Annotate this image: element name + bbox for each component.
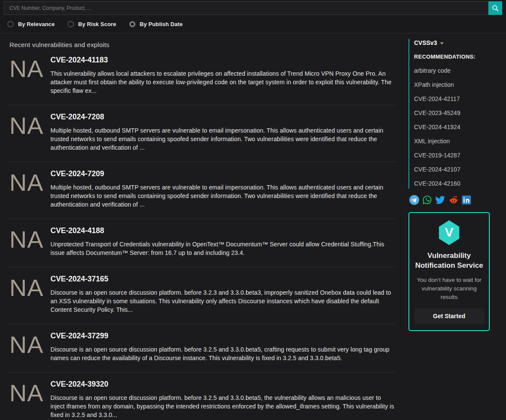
- search-button[interactable]: [488, 1, 502, 15]
- whatsapp-icon[interactable]: [422, 195, 432, 205]
- cve-link[interactable]: CVE-2024-39320: [50, 380, 108, 389]
- cve-entry: NA CVE-2024-39320 Discourse is an open s…: [7, 373, 396, 420]
- cvssv3-label: CVSSv3: [414, 39, 437, 46]
- cvss-score-badge: NA: [9, 226, 50, 257]
- sort-options-row: By Relevance By Risk Score By Publish Da…: [4, 15, 502, 33]
- cve-link[interactable]: CVE-2024-37299: [50, 331, 108, 340]
- recommendation-link[interactable]: CVE-2024-42107: [414, 166, 490, 173]
- linkedin-icon[interactable]: [462, 195, 471, 204]
- vns-card: V Vulnerability Notification Service You…: [408, 212, 490, 331]
- recommendation-link[interactable]: CVE-2024-42117: [414, 95, 490, 102]
- cve-description: This vulnerability allows local attacker…: [50, 69, 396, 95]
- sort-by-publish-date-radio[interactable]: By Publish Date: [129, 21, 183, 27]
- recommendation-link[interactable]: XML injection: [414, 138, 490, 145]
- telegram-icon[interactable]: [409, 195, 419, 205]
- cve-description: Unprotected Transport of Credentials vul…: [50, 240, 396, 257]
- recommendation-link[interactable]: CVE-2023-45249: [414, 109, 490, 116]
- search-header: By Relevance By Risk Score By Publish Da…: [0, 0, 506, 33]
- cve-link[interactable]: CVE-2024-37165: [50, 275, 108, 284]
- radio-circle-icon: [7, 21, 14, 27]
- chevron-down-icon: [440, 42, 444, 44]
- recommendation-link[interactable]: CVE-2024-41924: [414, 124, 490, 130]
- reddit-icon[interactable]: [448, 195, 459, 205]
- recommendations-box: CVSSv3 RECOMMENDATIONS: arbitrary code X…: [408, 39, 490, 189]
- cve-description: Multiple hosted, outbound SMTP servers a…: [50, 126, 396, 152]
- cvss-score-badge: NA: [9, 331, 50, 362]
- cve-link[interactable]: CVE-2024-4188: [50, 226, 104, 235]
- cve-list: Recent vulnerabilities and exploits NA C…: [4, 33, 396, 420]
- cvss-score-badge: NA: [9, 112, 50, 152]
- search-input[interactable]: [4, 1, 488, 15]
- vns-title: Vulnerability Notification Service: [414, 251, 484, 271]
- cve-description: Multiple hosted, outbound SMTP servers a…: [50, 183, 396, 209]
- cve-link[interactable]: CVE-2024-7208: [50, 112, 104, 121]
- recommendation-link[interactable]: CVE-2019-14287: [414, 152, 490, 159]
- cve-description: Discourse is an open source discussion p…: [50, 393, 396, 419]
- cvss-score-badge: NA: [9, 274, 50, 314]
- cve-entry: NA CVE-2024-37299 Discourse is an open s…: [7, 324, 396, 373]
- cve-entry: NA CVE-2024-37165 Discourse is an open s…: [7, 267, 396, 324]
- cve-link[interactable]: CVE-2024-7209: [50, 169, 104, 178]
- cvss-score-badge: NA: [9, 169, 50, 209]
- cve-entry: NA CVE-2024-41183 This vulnerability all…: [7, 48, 396, 105]
- search-icon: [492, 5, 499, 12]
- cve-link[interactable]: CVE-2024-41183: [50, 56, 108, 65]
- cve-description: Discourse is an open source discussion p…: [50, 345, 396, 362]
- recommendation-link[interactable]: arbitrary code: [414, 67, 490, 74]
- sidebar: CVSSv3 RECOMMENDATIONS: arbitrary code X…: [408, 33, 490, 420]
- get-started-button[interactable]: Get Started: [414, 308, 484, 324]
- sort-option-label: By Risk Score: [78, 21, 116, 27]
- recommendations-heading: RECOMMENDATIONS:: [414, 53, 490, 60]
- recommendation-link[interactable]: XPath injection: [414, 81, 490, 88]
- vns-subtitle: You don’t have to wait for vulnerability…: [414, 276, 484, 302]
- cvss-score-badge: NA: [9, 379, 50, 419]
- vns-hexagon-logo: V: [438, 220, 461, 245]
- cvssv3-dropdown[interactable]: CVSSv3: [414, 39, 490, 46]
- cve-search-page: By Relevance By Risk Score By Publish Da…: [0, 0, 506, 420]
- cve-entry: NA CVE-2024-7208 Multiple hosted, outbou…: [7, 105, 396, 162]
- sort-by-relevance-radio[interactable]: By Relevance: [7, 21, 55, 27]
- social-share-row: [409, 195, 490, 205]
- cve-description: Discourse is an open source discussion p…: [50, 288, 396, 314]
- cve-entry: NA CVE-2024-4188 Unprotected Transport o…: [7, 219, 396, 267]
- radio-circle-icon: [129, 21, 136, 27]
- vns-v-glyph: V: [445, 226, 453, 239]
- recommendation-link[interactable]: CVE-2024-42160: [414, 180, 490, 187]
- sort-by-risk-score-radio[interactable]: By Risk Score: [68, 21, 116, 27]
- cve-entry: NA CVE-2024-7209 Multiple hosted, outbou…: [7, 162, 396, 219]
- sort-option-label: By Publish Date: [140, 21, 183, 27]
- cvss-score-badge: NA: [9, 55, 50, 95]
- twitter-icon[interactable]: [435, 195, 445, 205]
- radio-circle-icon: [68, 21, 74, 27]
- page-title: Recent vulnerabilities and exploits: [9, 41, 396, 48]
- sort-option-label: By Relevance: [18, 21, 55, 27]
